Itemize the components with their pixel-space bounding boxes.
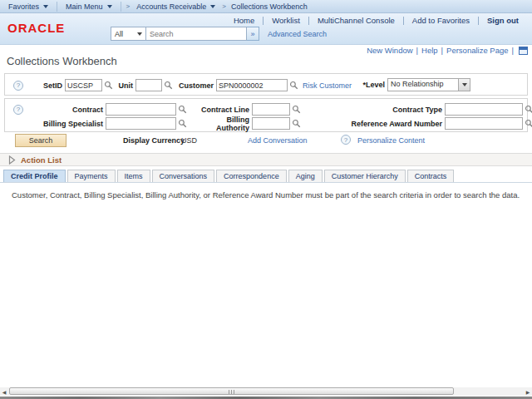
- page-toolbar: New Window | Help | Personalize Page |: [367, 46, 528, 55]
- oracle-logo: ORACLE: [7, 21, 65, 35]
- scroll-right-arrow-icon[interactable]: ▶: [524, 387, 532, 396]
- tab-credit-profile[interactable]: Credit Profile: [3, 170, 66, 182]
- tab-conversations[interactable]: Conversations: [152, 170, 215, 182]
- nav-multichannel-console-link[interactable]: MultiChannel Console: [309, 16, 403, 25]
- banner: ORACLE Home Worklist MultiChannel Consol…: [0, 13, 532, 45]
- chevron-down-icon: [107, 5, 112, 8]
- caret-down-icon: [458, 79, 470, 91]
- billing-authority-input[interactable]: [252, 117, 290, 130]
- advanced-search-link[interactable]: Advanced Search: [268, 30, 327, 38]
- contract-type-label: Contract Type: [347, 106, 442, 114]
- page-title: Collections Workbench: [7, 55, 117, 67]
- question-circle-icon[interactable]: ?: [341, 135, 351, 145]
- setid-input[interactable]: [65, 79, 102, 91]
- tab-aging[interactable]: Aging: [288, 170, 323, 182]
- breadcrumb-item-label: Accounts Receivable: [136, 2, 206, 11]
- search-scope-value: All: [115, 30, 123, 38]
- personalize-page-link[interactable]: Personalize Page: [446, 46, 508, 55]
- nav-add-to-favorites-link[interactable]: Add to Favorites: [404, 16, 478, 25]
- chevron-down-icon: [210, 5, 215, 8]
- right-triangle-icon: [8, 155, 16, 165]
- breadcrumb-item-accounts-receivable[interactable]: Accounts Receivable: [135, 0, 217, 12]
- help-link[interactable]: Help: [421, 46, 438, 55]
- billing-specialist-label: Billing Specialist: [5, 120, 103, 128]
- unit-input[interactable]: [135, 79, 162, 91]
- workbench-tabs: Credit Profile Payments Items Conversati…: [0, 170, 532, 183]
- contract-line-label: Contract Line: [195, 106, 249, 114]
- scrollbar-grip: [229, 390, 235, 394]
- global-search: All » Advanced Search: [111, 27, 327, 41]
- nav-worklist-link[interactable]: Worklist: [264, 16, 308, 25]
- contract-criteria-box: ? Contract Contract Line Contract Type: [4, 98, 528, 132]
- magnifier-icon[interactable]: [178, 105, 187, 114]
- unit-label: Unit: [111, 81, 133, 90]
- personalize-content-link[interactable]: Personalize Content: [357, 136, 425, 145]
- breadcrumb-separator: >: [217, 2, 231, 10]
- customer-input[interactable]: [216, 79, 288, 91]
- add-conversation-link[interactable]: Add Conversation: [248, 136, 308, 145]
- grid-window-icon[interactable]: [519, 47, 528, 55]
- search-input[interactable]: [145, 27, 247, 41]
- magnifier-icon[interactable]: [164, 81, 173, 90]
- display-currency-value: USD: [181, 136, 197, 145]
- reference-award-number-input[interactable]: [445, 117, 523, 130]
- question-circle-icon[interactable]: ?: [13, 81, 23, 91]
- action-list-label: Action List: [21, 155, 62, 165]
- scroll-left-arrow-icon[interactable]: ◀: [0, 387, 8, 396]
- sign-out-link[interactable]: Sign out: [479, 16, 527, 25]
- contract-line-input[interactable]: [252, 103, 290, 116]
- favorites-label: Favorites: [8, 2, 39, 11]
- magnifier-icon[interactable]: [289, 81, 298, 90]
- risk-customer-link[interactable]: Risk Customer: [303, 81, 352, 90]
- contract-label: Contract: [5, 106, 103, 114]
- billing-specialist-input[interactable]: [106, 117, 176, 130]
- breadcrumb: Favorites Main Menu > Accounts Receivabl…: [0, 0, 532, 13]
- tab-contracts[interactable]: Contracts: [407, 170, 455, 182]
- chevron-down-icon: [43, 5, 48, 8]
- top-navigation: Home Worklist MultiChannel Console Add t…: [225, 16, 527, 25]
- tab-payments[interactable]: Payments: [67, 170, 116, 182]
- search-scope-select[interactable]: All: [111, 27, 145, 41]
- action-row: Search Display Currency USD Add Conversa…: [0, 134, 532, 149]
- new-window-link[interactable]: New Window: [367, 46, 412, 55]
- collections-workbench-page: Favorites Main Menu > Accounts Receivabl…: [0, 0, 532, 399]
- breadcrumb-separator: >: [121, 2, 135, 10]
- display-currency-label: Display Currency: [123, 136, 185, 145]
- main-menu[interactable]: Main Menu: [57, 0, 121, 12]
- tab-correspondence[interactable]: Correspondence: [216, 170, 287, 182]
- divider: |: [509, 46, 517, 55]
- tab-customer-hierarchy[interactable]: Customer Hierarchy: [324, 170, 406, 182]
- search-go-button[interactable]: »: [247, 27, 259, 41]
- magnifier-icon[interactable]: [292, 119, 301, 128]
- billing-authority-label: Billing Authority: [195, 116, 249, 132]
- level-select[interactable]: No Relationship: [387, 78, 470, 91]
- caret-down-icon: [137, 32, 142, 36]
- horizontal-scrollbar[interactable]: ◀ ▶: [0, 387, 532, 396]
- search-button[interactable]: Search: [15, 134, 66, 147]
- nav-home-link[interactable]: Home: [225, 16, 263, 25]
- reference-award-number-label: Reference Award Number: [347, 120, 442, 128]
- magnifier-icon[interactable]: [525, 119, 532, 128]
- divider: |: [413, 46, 421, 55]
- magnifier-icon[interactable]: [525, 105, 532, 114]
- customer-criteria-box: ? SetID Unit Customer Risk Cu: [4, 73, 528, 96]
- main-menu-label: Main Menu: [66, 2, 103, 11]
- customer-label: Customer: [174, 81, 214, 90]
- scrollbar-thumb[interactable]: [9, 387, 454, 395]
- level-label: *Level: [358, 81, 385, 89]
- contract-input[interactable]: [106, 103, 176, 116]
- tab-items[interactable]: Items: [117, 170, 150, 182]
- magnifier-icon[interactable]: [178, 119, 187, 128]
- magnifier-icon[interactable]: [292, 105, 301, 114]
- level-select-value: No Relationship: [388, 79, 458, 91]
- search-criteria-message: Customer, Contract, Billing Specialist, …: [12, 190, 520, 200]
- breadcrumb-current-page: Collections Workbench: [231, 2, 308, 11]
- favorites-menu[interactable]: Favorites: [0, 0, 57, 12]
- setid-label: SetID: [34, 81, 62, 90]
- divider: |: [438, 46, 446, 55]
- scrollbar-track[interactable]: [8, 387, 524, 396]
- contract-type-input[interactable]: [445, 103, 523, 116]
- action-list-section[interactable]: Action List: [0, 153, 532, 166]
